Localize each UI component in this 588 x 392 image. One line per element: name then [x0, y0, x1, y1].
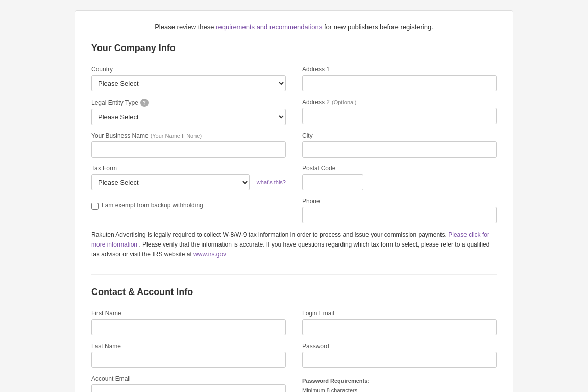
divider1 [91, 274, 497, 275]
country-select[interactable]: Please Select [91, 75, 286, 91]
address1-label: Address 1 [302, 66, 497, 73]
first-name-label: First Name [91, 310, 286, 317]
business-name-field: Your Business Name (Your Name If None) [91, 132, 286, 158]
company-info-section: Your Company Info Country Please Select … [91, 43, 497, 260]
exempt-field: I am exempt from backup withholding [91, 198, 286, 223]
exempt-checkbox-row: I am exempt from backup withholding [91, 202, 286, 211]
city-label: City [302, 132, 497, 139]
address2-input[interactable] [302, 108, 497, 124]
last-name-input[interactable] [91, 352, 286, 368]
exempt-label: I am exempt from backup withholding [102, 202, 203, 209]
phone-label: Phone [302, 198, 497, 205]
business-name-label: Your Business Name (Your Name If None) [91, 132, 286, 139]
password-label: Password [302, 342, 497, 350]
tax-form-select[interactable]: Please Select [91, 174, 250, 190]
login-email-input[interactable] [302, 319, 497, 335]
account-email-input[interactable] [91, 384, 286, 392]
account-email-field: Account Email [91, 375, 286, 392]
first-name-field: First Name [91, 310, 286, 335]
address2-label: Address 2 (Optional) [302, 99, 497, 106]
postal-code-field: Postal Code [302, 165, 497, 190]
page-wrapper: Please review these requirements and rec… [75, 10, 513, 392]
tax-form-field: Tax Form Please Select what's this? [91, 165, 286, 190]
country-label: Country [91, 66, 286, 73]
exempt-checkbox[interactable] [91, 203, 99, 210]
legal-entity-select[interactable]: Please Select [91, 109, 286, 125]
password-requirements-field: Password Requirements: Minimum 8 charact… [302, 375, 497, 392]
legal-entity-field: Legal Entity Type ? Please Select [91, 99, 286, 125]
password-requirements: Password Requirements: Minimum 8 charact… [302, 375, 497, 392]
company-form-grid: Country Please Select Address 1 Legal En… [91, 66, 497, 223]
password-input[interactable] [302, 352, 497, 368]
requirements-link[interactable]: requirements and recommendations [216, 23, 322, 31]
postal-code-label: Postal Code [302, 165, 497, 172]
legal-entity-label: Legal Entity Type ? [91, 99, 286, 107]
phone-input[interactable] [302, 207, 497, 223]
country-field: Country Please Select [91, 66, 286, 91]
last-name-field: Last Name [91, 342, 286, 368]
contact-form-grid: First Name Login Email Last Name Passwor… [91, 310, 497, 392]
login-email-field: Login Email [302, 310, 497, 335]
tax-info-text: Rakuten Advertising is legally required … [91, 230, 497, 260]
phone-field: Phone [302, 198, 497, 223]
address1-input[interactable] [302, 75, 497, 91]
first-name-input[interactable] [91, 319, 286, 335]
tax-form-label: Tax Form [91, 165, 286, 172]
business-name-input[interactable] [91, 141, 286, 158]
address1-field: Address 1 [302, 66, 497, 91]
login-email-label: Login Email [302, 310, 497, 317]
legal-entity-help-icon[interactable]: ? [140, 99, 149, 107]
address2-field: Address 2 (Optional) [302, 99, 497, 125]
tax-form-row: Please Select what's this? [91, 174, 286, 190]
postal-code-input[interactable] [302, 174, 363, 190]
top-notice: Please review these requirements and rec… [91, 23, 497, 31]
city-field: City [302, 132, 497, 158]
last-name-label: Last Name [91, 342, 286, 350]
password-field: Password [302, 342, 497, 368]
account-email-label: Account Email [91, 375, 286, 382]
contact-section-title: Contact & Account Info [91, 287, 497, 301]
what-this-link[interactable]: what's this? [257, 179, 286, 185]
company-section-title: Your Company Info [91, 43, 497, 57]
city-input[interactable] [302, 141, 497, 158]
contact-section: Contact & Account Info First Name Login … [91, 287, 497, 392]
irs-link[interactable]: www.irs.gov [193, 251, 226, 258]
